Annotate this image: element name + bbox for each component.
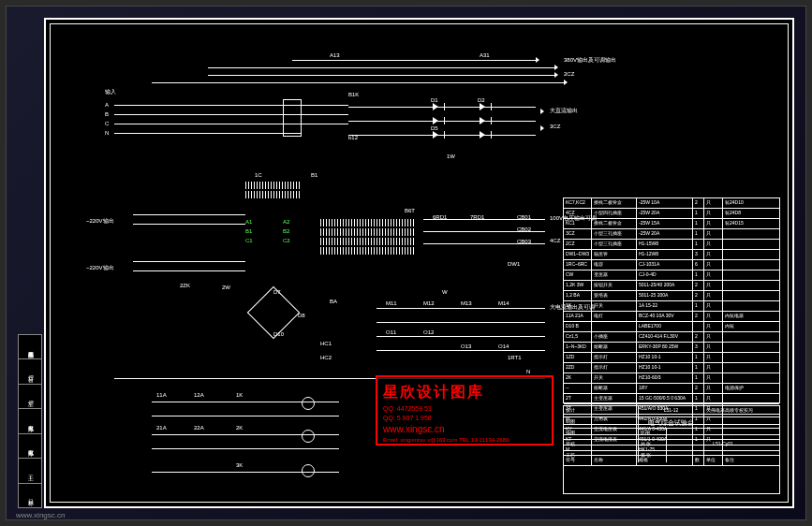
lamp-icon — [302, 397, 315, 410]
ref-1k: 1K — [236, 392, 243, 398]
diode-d1 — [433, 103, 438, 110]
bom-cell: 2 — [693, 384, 704, 393]
ref-1w: 1W — [447, 153, 455, 159]
bom-row: 2CZ小型三孔插座H1-15W81只 — [564, 240, 779, 250]
bom-cell: 2CZ — [564, 240, 592, 249]
bom-cell: 1RY — [637, 384, 693, 393]
bom-cell: 只 — [704, 250, 723, 259]
bom-cell: 只 — [704, 281, 723, 290]
coil — [320, 228, 414, 236]
bom-cell: 装24D15 — [723, 219, 777, 228]
bom-cell: 3CZ — [564, 229, 592, 239]
bom-cell: 1 — [693, 209, 704, 218]
output-3cz: 3CZ — [550, 124, 560, 129]
bom-cell: 只 — [704, 332, 723, 342]
bom-cell: 1 — [693, 394, 704, 403]
bom-cell: 电灯 — [592, 312, 637, 321]
bom-cell — [723, 240, 777, 249]
project-no: L51-12 — [639, 406, 704, 416]
output-380v: 380V输出及可调输出 — [564, 56, 616, 65]
sidebar-cell: 工 工 — [18, 459, 42, 483]
bom-cell — [723, 373, 777, 383]
bom-cell: 2 — [693, 281, 704, 290]
bom-cell: 11A 21A — [564, 312, 592, 321]
bom-cell: 只 — [704, 240, 723, 249]
ref-d2: D2 — [478, 97, 485, 103]
bom-row: KC1接线二极管盒-25W 15A1只装24D15 — [564, 219, 779, 229]
bom-cell: 只 — [704, 198, 723, 208]
bom-cell: 5011-25 200A — [637, 291, 693, 300]
bom-cell: 2K — [564, 373, 592, 383]
bom-row: D10 BLABE1700只内装 — [564, 322, 779, 332]
ref-2k: 2K — [236, 425, 243, 431]
bom-cell — [723, 353, 777, 362]
ref-b1: B1 — [245, 228, 252, 234]
ref-d7: D7 — [273, 289, 281, 295]
bom-cell: 主变压器 — [592, 394, 637, 403]
ref-b2: B2 — [283, 228, 289, 234]
bom-cell: 2 — [693, 312, 704, 321]
bom-cell: 开关 — [592, 301, 637, 311]
bom-cell: 3 — [693, 250, 704, 259]
bom-cell: 只 — [704, 373, 723, 383]
bom-cell: 2 — [693, 332, 704, 342]
output-dc: 大直流输出 — [550, 107, 578, 115]
bom-cell — [693, 322, 704, 331]
bom-cell: KC7,KC2 — [564, 198, 592, 208]
bom-cell: 1K — [564, 301, 592, 311]
sidebar-cell: 序目电工 — [18, 434, 42, 459]
bom-cell: 1 — [693, 373, 704, 383]
bom-cell: 装24D10 — [723, 198, 777, 208]
bom-cell: 1 — [693, 270, 704, 280]
bom-cell: 只 — [704, 270, 723, 280]
bom-cell — [723, 394, 777, 403]
bom-cell: 熔断器 — [592, 384, 637, 393]
ref-o13: O13 — [461, 343, 471, 349]
bom-cell: 2 — [693, 291, 704, 300]
bom-cell: 只 — [704, 394, 723, 403]
bom-cell: 只 — [704, 343, 723, 352]
term-a: A — [105, 102, 109, 108]
bom-cell: 1,2 BA — [564, 291, 592, 300]
ref-11a: 11A — [156, 392, 167, 398]
bom-row: KC7,KC2接线二极管盒-25W 10A2只装24D10 — [564, 198, 779, 209]
bom-cell: 指示灯 — [592, 363, 637, 373]
lamp-icon — [302, 464, 315, 477]
bom-cell: 只 — [704, 291, 723, 300]
bom-cell: 1RC~6RC — [564, 260, 592, 270]
drawing-title: 电气综合试验台 — [639, 417, 704, 428]
sidebar-cell: 日序电工 — [18, 409, 42, 433]
bom-cell: 内装 — [723, 322, 777, 331]
bom-cell: 稳压管 — [592, 250, 637, 259]
bom-cell: 5011-25/40 200A — [637, 281, 693, 290]
lamp-icon — [302, 430, 315, 443]
ref-a13: A13 — [330, 52, 340, 58]
bom-cell: CW — [564, 270, 592, 280]
bom-cell: H1-12W8 — [637, 250, 693, 259]
bom-row: 2T主变压器15 GC-500/0.5 0 630A1只 — [564, 394, 779, 404]
bom-cell: 只 — [704, 384, 723, 393]
coil-b1 — [245, 182, 302, 189]
bom-row: 1K开关1A 15-221只 — [564, 301, 779, 312]
watermark-url: www.xingsc.cn — [383, 424, 546, 434]
subtitle: 天伟电器高级专校实习 — [704, 406, 779, 416]
bom-cell: 1 — [693, 363, 704, 373]
ref-b1: B1 — [311, 172, 317, 178]
coil-b6t — [320, 219, 414, 226]
diode-d2 — [480, 103, 485, 110]
term-n: N — [105, 130, 109, 136]
drawing-border: A13 A31 380V输出及可调输出 2CZ 输入 A B C N — [50, 23, 789, 503]
bom-cell: 只 — [704, 229, 723, 239]
ref-dw1: DW1 — [508, 261, 520, 267]
watermark-qq2: QQ: 5 987 1 958 — [383, 415, 546, 421]
ref-n: N — [526, 369, 530, 374]
bom-cell: 2T — [564, 394, 592, 403]
bom-cell: 只 — [704, 301, 723, 311]
sidebar-cell: 外连接压电工 — [18, 334, 42, 359]
bom-cell: 电容 — [592, 260, 637, 270]
bom-row: 1,2 BA安培表5011-25 200A2只 — [564, 291, 779, 301]
bom-cell: HZ10-60/3 — [637, 373, 693, 383]
bom-cell: 变压器 — [592, 270, 637, 280]
coil — [320, 238, 414, 245]
sidebar-cell: 目 标 — [18, 484, 42, 508]
